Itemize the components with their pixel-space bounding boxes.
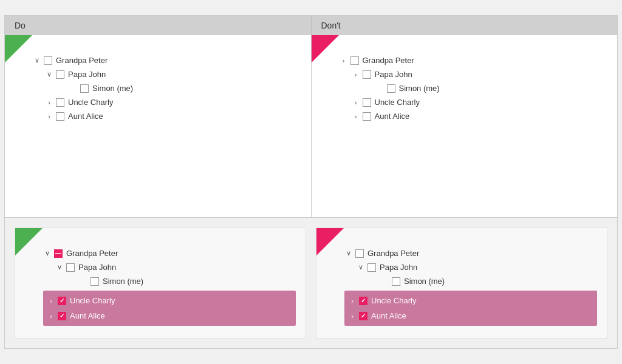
expand-icon[interactable]: ›: [352, 71, 360, 78]
tree-row[interactable]: › Aunt Alice: [45, 109, 301, 123]
highlight-row[interactable]: › Uncle Charly: [348, 293, 593, 308]
checkbox-checked[interactable]: [58, 297, 66, 305]
checkbox[interactable]: [392, 277, 400, 286]
node-label: Papa John: [78, 263, 116, 272]
node-label: Papa John: [380, 263, 417, 272]
node-label: Simon (me): [92, 84, 133, 93]
red-triangle-bottom: [316, 228, 344, 255]
tree-row[interactable]: Simon (me): [69, 81, 301, 95]
tree-row[interactable]: › Uncle Charly: [352, 95, 608, 109]
bottom-panels-row: ∨ Grandpa Peter ∨ Papa John Simon (me): [5, 218, 617, 348]
expand-icon[interactable]: ›: [352, 99, 360, 106]
checkbox[interactable]: [56, 70, 64, 79]
checkbox[interactable]: [80, 84, 89, 93]
aunt-alice-label-bottom-dont: Aunt Alice: [371, 311, 406, 320]
highlight-row[interactable]: › Aunt Alice: [348, 308, 593, 323]
bottom-dont-tree: ∨ Grandpa Peter ∨ Papa John Simon (me): [326, 240, 597, 326]
tree-row[interactable]: Simon (me): [381, 274, 597, 288]
expand-icon[interactable]: ∨: [55, 263, 64, 271]
checkbox[interactable]: [91, 277, 99, 286]
node-label: Papa John: [375, 70, 412, 79]
checkbox-indeterminate[interactable]: [54, 249, 63, 258]
top-panels-row: ∨ Grandpa Peter ∨ Papa John Simon (me): [5, 35, 617, 218]
expand-icon[interactable]: ∨: [33, 56, 41, 64]
bottom-dont-panel: ∨ Grandpa Peter ∨ Papa John Simon (me): [316, 228, 607, 339]
expand-icon[interactable]: ›: [47, 297, 55, 305]
expand-icon[interactable]: ∨: [45, 70, 53, 78]
node-label: Grandpa Peter: [367, 249, 419, 258]
node-label: Aunt Alice: [68, 112, 103, 121]
dont-header: Don't: [312, 16, 618, 35]
checkbox[interactable]: [363, 70, 371, 79]
aunt-alice-label-bottom-do: Aunt Alice: [70, 311, 105, 320]
bottom-do-panel: ∨ Grandpa Peter ∨ Papa John Simon (me): [15, 228, 306, 339]
top-dont-tree: › Grandpa Peter › Papa John Simon (me): [321, 47, 608, 123]
checkbox[interactable]: [367, 263, 376, 272]
tree-row[interactable]: ∨ Grandpa Peter: [43, 246, 296, 260]
node-label: Grandpa Peter: [66, 249, 118, 258]
node-label: Aunt Alice: [375, 112, 410, 121]
top-do-panel: ∨ Grandpa Peter ∨ Papa John Simon (me): [5, 35, 312, 217]
tree-row[interactable]: ∨ Grandpa Peter: [33, 53, 301, 67]
tree-row[interactable]: Simon (me): [376, 81, 608, 95]
expand-icon[interactable]: ›: [45, 113, 53, 120]
uncle-charly-label-bottom-dont: Uncle Charly: [371, 296, 416, 305]
selection-highlight-dont: › Uncle Charly › Aunt Alice: [344, 291, 597, 326]
checkbox[interactable]: [387, 84, 395, 93]
tree-row[interactable]: ∨ Papa John: [55, 260, 296, 274]
expand-icon[interactable]: ›: [352, 113, 360, 120]
checkbox[interactable]: [355, 249, 364, 258]
checkbox[interactable]: [56, 98, 64, 107]
do-header: Do: [5, 16, 312, 35]
expand-icon[interactable]: ›: [45, 99, 53, 106]
header-row: Do Don't: [5, 16, 617, 35]
node-label: Grandpa Peter: [363, 56, 414, 65]
tree-row[interactable]: Simon (me): [80, 274, 296, 288]
tree-row[interactable]: ∨ Papa John: [357, 260, 597, 274]
highlight-row[interactable]: › Uncle Charly: [47, 293, 292, 308]
top-do-tree: ∨ Grandpa Peter ∨ Papa John Simon (me): [15, 47, 301, 123]
tree-row[interactable]: › Aunt Alice: [352, 109, 608, 123]
checkbox-checked[interactable]: [359, 297, 367, 305]
expand-icon[interactable]: ∨: [344, 249, 353, 257]
expand-icon[interactable]: ›: [340, 57, 348, 64]
expand-icon[interactable]: ›: [47, 312, 55, 320]
uncle-charly-label-bottom-do: Uncle Charly: [70, 296, 115, 305]
node-label: Uncle Charly: [68, 98, 113, 107]
expand-icon[interactable]: ∨: [357, 263, 365, 271]
main-container: Do Don't ∨ Grandpa Peter ∨ Papa John: [4, 15, 618, 349]
node-label: Simon (me): [404, 277, 445, 286]
tree-row[interactable]: › Uncle Charly: [45, 95, 301, 109]
expand-icon[interactable]: ∨: [43, 249, 52, 257]
checkbox[interactable]: [363, 112, 371, 121]
highlight-row[interactable]: › Aunt Alice: [47, 308, 292, 323]
checkbox[interactable]: [66, 263, 75, 272]
node-label: Grandpa Peter: [56, 56, 108, 65]
expand-icon[interactable]: ›: [348, 312, 357, 320]
node-label: Simon (me): [399, 84, 440, 93]
selection-highlight: › Uncle Charly › Aunt Alice: [43, 291, 296, 326]
node-label: Uncle Charly: [375, 98, 420, 107]
tree-row[interactable]: ∨ Papa John: [45, 67, 301, 81]
green-triangle-top: [5, 35, 32, 62]
top-dont-panel: › Grandpa Peter › Papa John Simon (me): [312, 35, 618, 217]
checkbox[interactable]: [350, 56, 359, 65]
checkbox-checked[interactable]: [359, 312, 367, 320]
red-triangle-top: [312, 35, 339, 62]
tree-row[interactable]: › Grandpa Peter: [340, 53, 608, 67]
expand-icon[interactable]: ›: [348, 297, 357, 305]
checkbox-checked[interactable]: [58, 312, 66, 320]
checkbox[interactable]: [44, 56, 52, 65]
tree-row[interactable]: › Papa John: [352, 67, 608, 81]
green-triangle-bottom: [15, 228, 43, 255]
node-label: Papa John: [68, 70, 106, 79]
tree-row[interactable]: ∨ Grandpa Peter: [344, 246, 597, 260]
node-label: Simon (me): [103, 277, 143, 286]
checkbox[interactable]: [56, 112, 64, 121]
checkbox[interactable]: [363, 98, 371, 107]
bottom-do-tree: ∨ Grandpa Peter ∨ Papa John Simon (me): [25, 240, 296, 326]
